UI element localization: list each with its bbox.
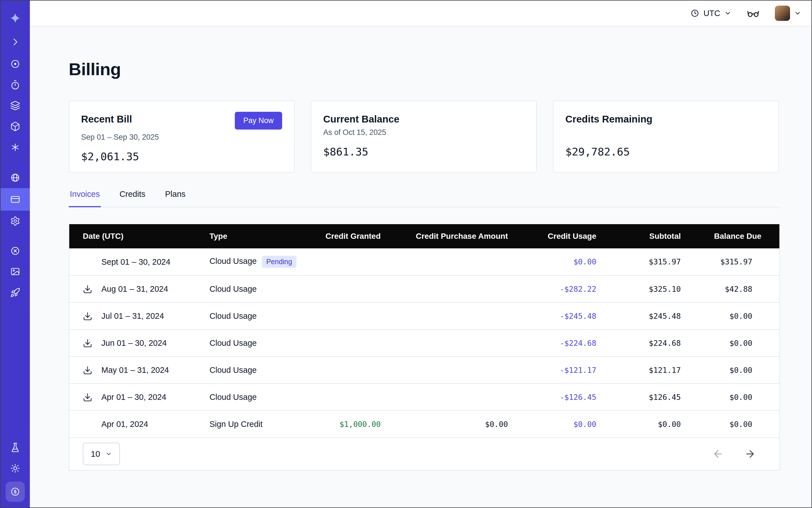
tab-invoices[interactable]: Invoices — [69, 189, 101, 207]
next-page-button[interactable] — [744, 448, 756, 460]
reader-mode-button[interactable] — [747, 7, 760, 20]
billing-tabs: Invoices Credits Plans — [69, 189, 780, 207]
account-menu[interactable] — [775, 6, 801, 21]
credit-purchase-value — [410, 384, 540, 411]
dollar-circle-icon: $ — [10, 486, 20, 497]
subtotal-value: $315.97 — [630, 248, 714, 276]
table-row: May 01 – 31, 2024 Cloud Usage -$121.17 $… — [69, 356, 779, 384]
avatar — [775, 6, 790, 21]
invoice-type: Cloud Usage — [210, 338, 257, 347]
credit-purchase-value — [410, 248, 540, 276]
circle-x-icon — [10, 246, 20, 256]
download-invoice-button[interactable] — [83, 338, 101, 348]
table-header-row: Date (UTC) Type Credit Granted Credit Pu… — [69, 224, 779, 248]
card-amount: $861.35 — [323, 145, 524, 158]
summary-cards: Recent Bill Pay Now Sep 01 – Sep 30, 202… — [69, 100, 779, 173]
pay-now-button[interactable]: Pay Now — [235, 112, 282, 130]
sidebar-item-timer[interactable] — [1, 74, 30, 95]
sidebar-item-costs[interactable]: $ — [6, 481, 25, 502]
flask-icon — [10, 442, 20, 453]
sidebar-item-radar[interactable] — [1, 53, 30, 74]
app-logo[interactable] — [1, 7, 30, 30]
credit-granted-value: $1,000.00 — [340, 420, 381, 429]
download-invoice-button[interactable] — [83, 392, 101, 402]
column-header-subtotal: Subtotal — [630, 224, 714, 248]
invoice-type: Cloud Usage — [210, 285, 257, 293]
invoice-date: Jul 01 – 31, 2024 — [101, 311, 164, 321]
asterisk-icon — [10, 142, 20, 152]
credit-purchase-value — [410, 330, 540, 356]
card-subtitle: Sep 01 – Sep 30, 2025 — [81, 133, 282, 142]
sidebar-item-images[interactable] — [1, 261, 30, 282]
sidebar-item-settings[interactable] — [1, 211, 30, 231]
credit-usage-value: -$224.68 — [540, 330, 630, 356]
invoices-table: Date (UTC) Type Credit Granted Credit Pu… — [69, 224, 780, 471]
column-header-date: Date (UTC) — [69, 224, 196, 248]
page-size-select[interactable]: 10 — [83, 443, 120, 465]
sidebar-expand-button[interactable] — [1, 32, 30, 52]
download-icon — [83, 285, 92, 294]
chevron-down-icon — [794, 9, 801, 17]
page-title: Billing — [69, 59, 779, 79]
cube-icon — [10, 121, 20, 131]
topbar: UTC — [30, 1, 811, 27]
glasses-icon — [747, 7, 760, 20]
credit-purchase-value: $0.00 — [410, 411, 540, 437]
card-title: Recent Bill — [81, 112, 132, 125]
balance-due-value: $0.00 — [714, 384, 779, 411]
balance-due-value: $0.00 — [714, 302, 779, 330]
invoice-date: Apr 01, 2024 — [101, 420, 148, 429]
subtotal-value: $126.45 — [630, 384, 714, 411]
sidebar-group-bottom — [1, 437, 30, 479]
main-content: Billing Recent Bill Pay Now Sep 01 – Sep… — [30, 27, 811, 507]
image-icon — [10, 267, 20, 277]
card-amount: $2,061.35 — [81, 151, 282, 163]
credit-usage-value: $0.00 — [540, 411, 630, 437]
tab-plans[interactable]: Plans — [164, 189, 187, 207]
timer-icon — [10, 80, 20, 90]
subtotal-value: $325.10 — [630, 276, 714, 302]
page-size-value: 10 — [91, 449, 100, 459]
card-amount: $29,782.65 — [565, 145, 766, 158]
chevron-down-icon — [105, 451, 112, 457]
invoice-type: Sign Up Credit — [210, 420, 263, 429]
sidebar-item-globe[interactable] — [1, 167, 30, 188]
download-invoice-button[interactable] — [83, 366, 101, 375]
sidebar-item-circle-x[interactable] — [1, 241, 30, 261]
sidebar-item-cube[interactable] — [1, 116, 30, 137]
table-row: Aug 01 – 31, 2024 Cloud Usage -$282.22 $… — [69, 276, 779, 302]
sidebar-item-theme[interactable] — [1, 458, 30, 479]
invoice-type: Cloud Usage — [210, 392, 257, 401]
sidebar-item-labs[interactable] — [1, 437, 30, 458]
balance-due-value: $315.97 — [714, 248, 779, 276]
card-subtitle — [565, 128, 766, 138]
credit-usage-value: -$245.48 — [540, 302, 630, 330]
prev-page-button[interactable] — [712, 448, 724, 460]
app-logo-icon — [9, 12, 22, 25]
sidebar-item-rocket[interactable] — [1, 282, 30, 303]
sidebar-item-asterisk[interactable] — [1, 137, 30, 158]
column-header-type: Type — [196, 224, 311, 248]
table-row: Apr 01 – 30, 2024 Cloud Usage -$126.45 $… — [69, 384, 779, 411]
sidebar-item-billing[interactable] — [1, 188, 30, 211]
credit-usage-value: -$282.22 — [540, 276, 630, 302]
status-badge: Pending — [262, 256, 297, 268]
credit-card-icon — [10, 194, 20, 204]
card-title: Credits Remaining — [565, 112, 652, 125]
invoice-type: Cloud Usage — [210, 257, 257, 265]
balance-due-value: $0.00 — [714, 330, 779, 356]
sidebar-group-tools — [1, 241, 30, 303]
tab-credits[interactable]: Credits — [118, 189, 146, 207]
card-subtitle: As of Oct 15, 2025 — [323, 128, 524, 138]
credits-remaining-card: Credits Remaining $29,782.65 — [553, 100, 779, 173]
sidebar-item-layers[interactable] — [1, 95, 30, 116]
subtotal-value: $121.17 — [630, 356, 714, 384]
recent-bill-card: Recent Bill Pay Now Sep 01 – Sep 30, 202… — [69, 100, 295, 173]
balance-due-value: $0.00 — [714, 411, 779, 437]
invoice-date: Apr 01 – 30, 2024 — [101, 392, 166, 401]
timezone-selector[interactable]: UTC — [690, 9, 731, 18]
download-invoice-button[interactable] — [83, 311, 101, 321]
globe-icon — [10, 173, 20, 183]
timezone-label: UTC — [703, 9, 720, 18]
download-invoice-button[interactable] — [83, 285, 101, 294]
